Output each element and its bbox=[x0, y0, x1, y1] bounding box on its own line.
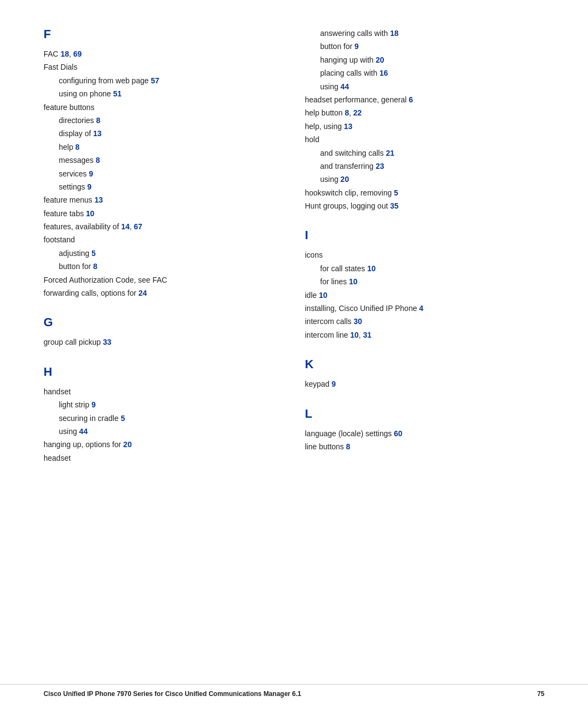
page-number[interactable]: 18 bbox=[390, 29, 399, 38]
page-number[interactable]: 69 bbox=[73, 50, 82, 58]
page-number[interactable]: 8 bbox=[345, 108, 349, 117]
entry-text: messages bbox=[59, 156, 96, 164]
index-entry: and switching calls 21 bbox=[305, 147, 544, 159]
index-entry: using 44 bbox=[44, 425, 283, 437]
page-number[interactable]: 60 bbox=[394, 429, 402, 438]
page-number[interactable]: 5 bbox=[91, 249, 96, 258]
page: F FAC 18, 69 Fast Dials configuring from… bbox=[0, 0, 588, 509]
section-letter: L bbox=[305, 407, 544, 421]
index-entry: placing calls with 16 bbox=[305, 67, 544, 79]
page-number[interactable]: 57 bbox=[151, 76, 160, 85]
entry-text: button for bbox=[320, 42, 354, 51]
page-number[interactable]: 10 bbox=[319, 291, 328, 300]
entry-text: using on phone bbox=[59, 89, 113, 98]
page-number[interactable]: 8 bbox=[96, 116, 100, 125]
index-entry: light strip 9 bbox=[44, 399, 283, 411]
page-number[interactable]: 51 bbox=[113, 89, 122, 98]
index-entry: feature tabs 10 bbox=[44, 208, 283, 219]
section-letter: I bbox=[305, 228, 544, 242]
page-number[interactable]: 35 bbox=[390, 202, 399, 210]
page-number[interactable]: 33 bbox=[103, 338, 112, 346]
page-number[interactable]: 10 bbox=[86, 209, 95, 218]
entry-text: adjusting bbox=[59, 249, 91, 258]
page-number[interactable]: 13 bbox=[94, 196, 103, 204]
index-entry: securing in cradle 5 bbox=[44, 412, 283, 424]
page-number[interactable]: 31 bbox=[363, 331, 372, 339]
content-columns: F FAC 18, 69 Fast Dials configuring from… bbox=[44, 27, 544, 465]
index-entry: configuring from web page 57 bbox=[44, 75, 283, 87]
index-entry: using on phone 51 bbox=[44, 88, 283, 100]
entry-text: handset bbox=[44, 387, 71, 396]
page-number[interactable]: 13 bbox=[93, 129, 102, 138]
page-number[interactable]: 20 bbox=[376, 56, 384, 64]
entry-text: and switching calls bbox=[320, 149, 386, 157]
footer: Cisco Unified IP Phone 7970 Series for C… bbox=[0, 684, 588, 698]
page-number[interactable]: 10 bbox=[350, 331, 359, 339]
page-number[interactable]: 5 bbox=[121, 414, 125, 423]
index-entry: help button 8, 22 bbox=[305, 107, 544, 119]
entry-text: group call pickup bbox=[44, 338, 103, 346]
index-entry: headset performance, general 6 bbox=[305, 94, 544, 106]
entry-text: feature tabs bbox=[44, 209, 86, 218]
entry-text: intercom calls bbox=[305, 317, 353, 326]
page-number[interactable]: 9 bbox=[89, 169, 93, 178]
page-number[interactable]: 10 bbox=[349, 277, 358, 286]
page-number[interactable]: 9 bbox=[91, 400, 96, 409]
entry-text: FAC bbox=[44, 50, 60, 58]
page-number[interactable]: 14 bbox=[121, 222, 130, 231]
page-number[interactable]: 5 bbox=[394, 188, 398, 197]
entry-text: and transferring bbox=[320, 162, 376, 170]
page-number[interactable]: 9 bbox=[332, 380, 336, 388]
index-entry: answering calls with 18 bbox=[305, 27, 544, 39]
entry-text: button for bbox=[59, 262, 93, 271]
page-number[interactable]: 21 bbox=[386, 149, 395, 157]
page-number[interactable]: 4 bbox=[419, 304, 424, 313]
entry-text: feature buttons bbox=[44, 103, 94, 112]
entry-text: feature menus bbox=[44, 196, 94, 204]
index-entry: help 8 bbox=[44, 141, 283, 153]
index-entry: directories 8 bbox=[44, 114, 283, 126]
entry-text: for call states bbox=[320, 264, 367, 273]
index-entry: messages 8 bbox=[44, 154, 283, 166]
page-number[interactable]: 9 bbox=[354, 42, 359, 51]
page-number[interactable]: 8 bbox=[93, 262, 97, 271]
page-number[interactable]: 8 bbox=[346, 442, 351, 451]
index-entry: for call states 10 bbox=[305, 263, 544, 274]
page-number[interactable]: 9 bbox=[87, 182, 91, 191]
index-entry: line buttons 8 bbox=[305, 441, 544, 453]
entry-text: help button bbox=[305, 108, 345, 117]
section-letter: K bbox=[305, 357, 544, 371]
page-number[interactable]: 67 bbox=[134, 222, 143, 231]
page-number[interactable]: 20 bbox=[340, 175, 349, 184]
page-number[interactable]: 30 bbox=[353, 317, 362, 326]
page-number[interactable]: 8 bbox=[96, 156, 100, 164]
page-number[interactable]: 44 bbox=[79, 427, 88, 436]
page-number[interactable]: 44 bbox=[340, 82, 349, 91]
entry-text: hookswitch clip, removing bbox=[305, 188, 394, 197]
page-number[interactable]: 13 bbox=[344, 122, 353, 131]
entry-text: for lines bbox=[320, 277, 349, 286]
page-number[interactable]: 20 bbox=[123, 440, 132, 449]
index-entry: settings 9 bbox=[44, 181, 283, 193]
entry-text: forwarding calls, options for bbox=[44, 289, 138, 297]
entry-text: Forced Authorization Code, see FAC bbox=[44, 276, 167, 284]
index-entry: footstand bbox=[44, 234, 283, 246]
page-number[interactable]: 22 bbox=[353, 108, 362, 117]
index-entry: using 20 bbox=[305, 173, 544, 185]
page-number[interactable]: 23 bbox=[376, 162, 384, 170]
index-entry: FAC 18, 69 bbox=[44, 48, 283, 60]
page-number[interactable]: 18 bbox=[60, 50, 69, 58]
page-number[interactable]: 16 bbox=[379, 69, 388, 77]
page-number[interactable]: 8 bbox=[75, 143, 79, 151]
entry-text: keypad bbox=[305, 380, 332, 388]
entry-text: services bbox=[59, 169, 89, 178]
entry-text: line buttons bbox=[305, 442, 346, 451]
page-number[interactable]: 10 bbox=[367, 264, 376, 273]
page-number[interactable]: 24 bbox=[138, 289, 147, 297]
entry-text: using bbox=[320, 175, 340, 184]
entry-text: icons bbox=[305, 251, 323, 259]
entry-text: features, availability of bbox=[44, 222, 121, 231]
index-entry: Forced Authorization Code, see FAC bbox=[44, 274, 283, 286]
page-number[interactable]: 6 bbox=[409, 95, 413, 104]
index-entry: keypad 9 bbox=[305, 378, 544, 390]
